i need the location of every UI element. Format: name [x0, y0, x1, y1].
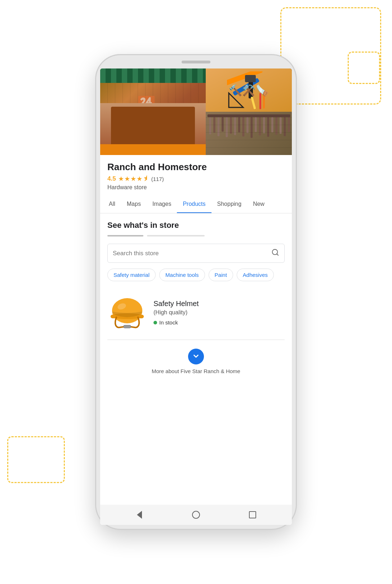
svg-rect-3: [245, 75, 256, 82]
search-box[interactable]: [107, 244, 285, 263]
category-chips: Safety material Machine tools Paint Adhe…: [107, 269, 285, 281]
tab-all[interactable]: All: [103, 196, 121, 213]
product-name: Safety Helmet: [153, 300, 285, 308]
tab-products[interactable]: Products: [177, 196, 211, 213]
svg-rect-6: [259, 93, 261, 109]
content-divider: [107, 340, 285, 340]
store-images: [100, 68, 292, 155]
star-icons: ★ ★ ★ ★ ⯨: [118, 175, 149, 183]
store-images-right: [206, 68, 292, 155]
store-rating: 4.5 ★ ★ ★ ★ ⯨ (117): [107, 175, 285, 183]
stock-status: In stock: [153, 319, 285, 326]
nav-home-button[interactable]: [190, 508, 202, 521]
progress-bars: [107, 235, 285, 236]
tab-maps[interactable]: Maps: [121, 196, 147, 213]
stock-dot: [153, 321, 157, 324]
tools-svg: [227, 71, 270, 111]
svg-rect-7: [263, 92, 265, 109]
tool-icons-overlay: [206, 68, 292, 112]
chip-adhesives[interactable]: Adhesives: [237, 269, 274, 281]
star-3: ★: [130, 175, 136, 183]
store-name: Ranch and Homestore: [107, 162, 285, 173]
tab-images[interactable]: Images: [147, 196, 177, 213]
main-content: See what's in store: [100, 213, 292, 505]
store-floor: [100, 144, 206, 155]
product-item: Safety Helmet (High quality) In stock: [107, 289, 285, 336]
page-wrapper: Ranch and Homestore 4.5 ★ ★ ★ ★ ⯨ (117) …: [0, 0, 392, 584]
deco-corner-bottom-left: [7, 436, 65, 483]
star-4: ★: [137, 175, 142, 183]
nav-back-button[interactable]: [133, 508, 146, 521]
tab-bar: All Maps Images Products Shopping New: [100, 196, 292, 213]
store-info: Ranch and Homestore 4.5 ★ ★ ★ ★ ⯨ (117) …: [100, 155, 292, 191]
search-icon: [271, 248, 279, 258]
svg-rect-35: [124, 325, 131, 328]
home-icon: [192, 511, 200, 519]
rating-number: 4.5: [107, 175, 116, 182]
nav-recents-button[interactable]: [246, 508, 259, 521]
star-2: ★: [124, 175, 130, 183]
progress-bar-active: [107, 235, 143, 236]
more-info-text: More about Five Star Ranch & Home: [152, 368, 240, 374]
star-half: ⯨: [143, 175, 149, 183]
back-icon: [137, 511, 142, 519]
wall-tools-overlay: [206, 112, 292, 155]
chip-safety-material[interactable]: Safety material: [107, 269, 156, 281]
tab-shopping[interactable]: Shopping: [211, 196, 248, 213]
svg-rect-5: [251, 97, 256, 109]
phone-screen: Ranch and Homestore 4.5 ★ ★ ★ ★ ⯨ (117) …: [100, 68, 292, 525]
svg-line-30: [277, 254, 278, 255]
phone-shell: Ranch and Homestore 4.5 ★ ★ ★ ★ ⯨ (117) …: [95, 54, 297, 530]
review-count: (117): [151, 176, 164, 182]
store-main-image: [100, 68, 206, 155]
store-wall-image: [206, 112, 292, 155]
store-tools-image: [206, 68, 292, 112]
chevron-down-icon: [192, 352, 200, 361]
product-image: [107, 293, 147, 332]
product-description: (High quality): [153, 309, 285, 316]
store-type: Hardware store: [107, 184, 285, 191]
expand-button[interactable]: [188, 349, 204, 364]
helmet-svg: [109, 295, 145, 331]
product-details: Safety Helmet (High quality) In stock: [153, 300, 285, 326]
star-1: ★: [118, 175, 124, 183]
chip-machine-tools[interactable]: Machine tools: [159, 269, 205, 281]
section-title: See what's in store: [107, 221, 285, 230]
phone-speaker: [182, 61, 210, 63]
search-input[interactable]: [113, 250, 271, 257]
stock-label: In stock: [159, 319, 178, 326]
chip-paint[interactable]: Paint: [209, 269, 233, 281]
deco-corner-inner: [348, 52, 380, 84]
bottom-nav: [100, 505, 292, 525]
expand-section: More about Five Star Ranch & Home: [107, 344, 285, 378]
recents-icon: [249, 511, 256, 518]
tab-new[interactable]: New: [247, 196, 270, 213]
store-awning: [100, 68, 206, 83]
progress-bar-inactive: [147, 235, 205, 236]
svg-marker-4: [229, 93, 243, 107]
